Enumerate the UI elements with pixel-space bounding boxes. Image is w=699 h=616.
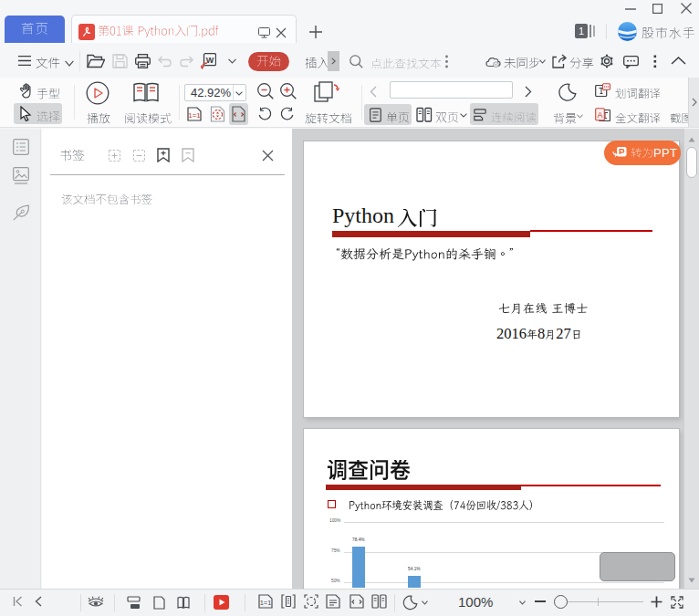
svg-text:1=1: 1=1 <box>188 111 201 120</box>
svg-text:1=1: 1=1 <box>260 599 272 607</box>
svg-text:W: W <box>206 56 214 65</box>
svg-text:A: A <box>597 110 602 120</box>
